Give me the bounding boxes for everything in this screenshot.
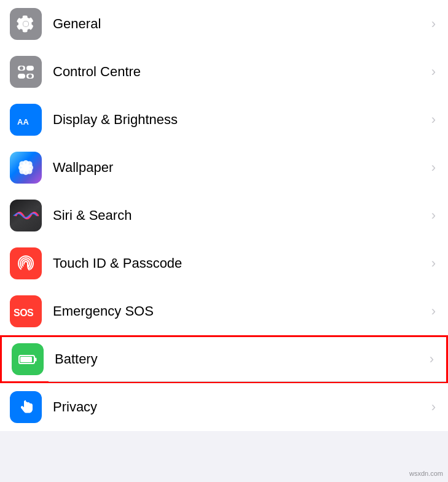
fingerprint-icon xyxy=(15,253,36,274)
touch-id-label: Touch ID & Passcode xyxy=(53,255,431,271)
battery-icon-wrapper xyxy=(12,343,44,375)
svg-text:AA: AA xyxy=(17,117,29,126)
control-centre-chevron: › xyxy=(431,64,436,80)
touch-id-chevron: › xyxy=(431,255,436,271)
privacy-chevron: › xyxy=(431,399,436,415)
emergency-sos-chevron: › xyxy=(431,303,436,319)
general-icon-wrapper xyxy=(10,8,42,40)
settings-item-battery[interactable]: Battery › xyxy=(0,335,448,383)
gear-icon xyxy=(16,14,36,34)
battery-label: Battery xyxy=(55,351,430,367)
display-brightness-chevron: › xyxy=(431,112,436,128)
privacy-label: Privacy xyxy=(53,399,431,415)
settings-item-privacy[interactable]: Privacy › xyxy=(0,383,448,431)
siri-search-label: Siri & Search xyxy=(53,208,431,224)
siri-icon xyxy=(10,200,42,231)
display-brightness-icon-wrapper: AA xyxy=(10,104,42,136)
settings-list: General › Control Centre › xyxy=(0,0,448,431)
hand-icon xyxy=(15,397,36,418)
sos-icon: SOS xyxy=(11,297,41,326)
settings-item-siri-search[interactable]: Siri & Search › xyxy=(0,192,448,239)
svg-rect-20 xyxy=(34,358,37,362)
aa-icon: AA xyxy=(15,109,37,131)
battery-chevron: › xyxy=(430,351,434,367)
wallpaper-icon-wrapper xyxy=(10,152,42,184)
settings-item-wallpaper[interactable]: Wallpaper › xyxy=(0,144,448,192)
siri-icon-wrapper xyxy=(10,200,42,231)
settings-item-emergency-sos[interactable]: SOS Emergency SOS › xyxy=(0,287,448,335)
flower-icon xyxy=(15,157,36,178)
svg-rect-21 xyxy=(20,357,32,362)
svg-text:SOS: SOS xyxy=(14,308,34,318)
emergency-sos-icon-wrapper: SOS xyxy=(10,295,42,327)
emergency-sos-label: Emergency SOS xyxy=(53,303,431,319)
general-label: General xyxy=(53,16,431,32)
svg-point-6 xyxy=(20,74,23,78)
settings-item-control-centre[interactable]: Control Centre › xyxy=(0,48,448,96)
battery-icon xyxy=(17,349,38,370)
wallpaper-chevron: › xyxy=(431,160,436,176)
settings-item-general[interactable]: General › xyxy=(0,0,448,48)
settings-item-display-brightness[interactable]: AA Display & Brightness › xyxy=(0,96,448,144)
toggles-icon xyxy=(15,61,36,82)
svg-point-7 xyxy=(28,74,32,78)
settings-item-touch-id[interactable]: Touch ID & Passcode › xyxy=(0,239,448,287)
watermark: wsxdn.com xyxy=(409,470,443,477)
control-centre-icon-wrapper xyxy=(10,56,42,88)
page-wrapper: General › Control Centre › xyxy=(0,0,448,482)
privacy-icon-wrapper xyxy=(10,391,42,423)
svg-point-17 xyxy=(22,164,29,171)
wallpaper-label: Wallpaper xyxy=(53,160,431,176)
general-chevron: › xyxy=(431,16,436,32)
svg-point-3 xyxy=(28,66,32,70)
siri-search-chevron: › xyxy=(431,208,436,224)
touch-id-icon-wrapper xyxy=(10,247,42,279)
control-centre-label: Control Centre xyxy=(53,64,431,80)
display-brightness-label: Display & Brightness xyxy=(53,112,431,128)
svg-point-2 xyxy=(20,66,23,70)
